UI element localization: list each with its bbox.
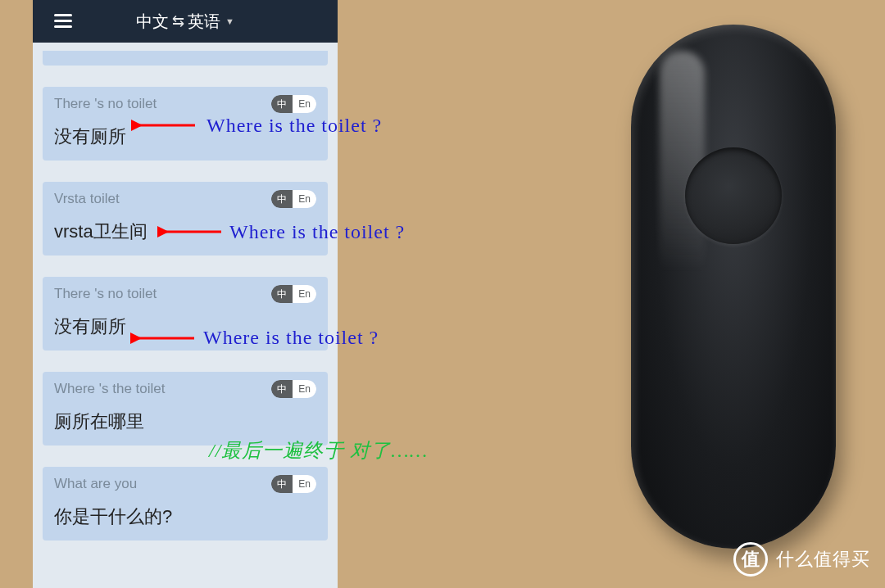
translation-card[interactable]: Where 's the toilet 中 En 厕所在哪里 xyxy=(43,372,328,446)
lang-toggle[interactable]: 中 En xyxy=(271,285,316,303)
annotation-q2: Where is the toilet ? xyxy=(229,221,405,243)
translation-card[interactable]: Vrsta toilet 中 En vrsta卫生间 xyxy=(43,182,328,256)
partial-card xyxy=(43,51,328,66)
source-text: Where 's the toilet xyxy=(54,381,166,397)
device-body xyxy=(631,25,836,549)
watermark: 值 什么值得买 xyxy=(733,542,870,577)
translated-text: 你是干什么的? xyxy=(54,504,316,529)
watermark-text: 什么值得买 xyxy=(776,547,870,572)
translated-text: 厕所在哪里 xyxy=(54,409,316,434)
watermark-logo: 值 xyxy=(733,542,768,577)
source-text: There 's no toilet xyxy=(54,286,157,302)
lang-toggle[interactable]: 中 En xyxy=(271,190,316,208)
app-header: 中文 ⇆ 英语 ▼ xyxy=(33,0,338,43)
annotation-q1: Where is the toilet ? xyxy=(206,115,382,137)
lang-from: 中文 xyxy=(136,11,169,33)
lang-to: 英语 xyxy=(188,11,220,33)
lang-toggle[interactable]: 中 En xyxy=(271,475,316,493)
annotation-comment: //最后一遍终于 对了…… xyxy=(209,437,428,464)
lang-toggle[interactable]: 中 En xyxy=(271,380,316,398)
source-text: Vrsta toilet xyxy=(54,191,120,207)
app-screenshot: 中文 ⇆ 英语 ▼ There 's no toilet 中 En 没有厕所 V… xyxy=(33,0,338,588)
device-main-button xyxy=(685,147,782,244)
source-text: There 's no toilet xyxy=(54,96,157,112)
swap-icon: ⇆ xyxy=(172,12,184,30)
source-text: What are you xyxy=(54,476,137,492)
hamburger-icon[interactable] xyxy=(54,14,72,29)
annotation-q3: Where is the toilet ? xyxy=(203,327,379,349)
translation-card[interactable]: What are you 中 En 你是干什么的? xyxy=(43,467,328,541)
lang-toggle[interactable]: 中 En xyxy=(271,95,316,113)
language-pair-selector[interactable]: 中文 ⇆ 英语 ▼ xyxy=(136,11,234,33)
translator-device xyxy=(631,25,836,549)
chevron-down-icon: ▼ xyxy=(225,16,234,26)
